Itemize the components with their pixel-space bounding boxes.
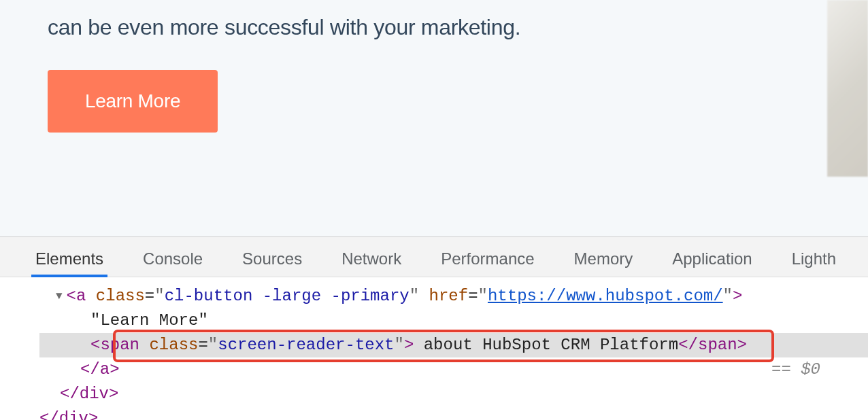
- webpage-content: can be even more successful with your ma…: [0, 0, 868, 237]
- disclosure-triangle-icon[interactable]: ▼: [56, 288, 63, 304]
- tab-sources[interactable]: Sources: [239, 244, 305, 277]
- learn-more-button[interactable]: Learn More: [48, 70, 218, 133]
- code-line-div-close-1[interactable]: </div>: [39, 382, 868, 406]
- highlighted-code-row[interactable]: <span class="screen-reader-text"> about …: [39, 333, 868, 357]
- code-line-a-open[interactable]: ▼<a class="cl-button -large -primary" hr…: [39, 284, 868, 309]
- code-line-a-close[interactable]: </a>: [39, 357, 868, 382]
- tab-network[interactable]: Network: [339, 244, 404, 277]
- code-line-div-close-2[interactable]: </div>: [39, 406, 868, 420]
- tab-memory[interactable]: Memory: [571, 244, 636, 277]
- page-decorative-image: [827, 0, 868, 177]
- devtools-tabs: Elements Console Sources Network Perform…: [0, 237, 868, 277]
- tab-application[interactable]: Application: [669, 244, 754, 277]
- devtools-panel: Elements Console Sources Network Perform…: [0, 237, 868, 420]
- tab-lighthouse[interactable]: Lighth: [789, 244, 839, 277]
- code-line-span[interactable]: <span class="screen-reader-text"> about …: [39, 333, 868, 357]
- elements-source-panel[interactable]: ▼<a class="cl-button -large -primary" hr…: [0, 277, 868, 420]
- page-body-text: can be even more successful with your ma…: [48, 0, 868, 43]
- tab-performance[interactable]: Performance: [438, 244, 537, 277]
- selected-element-indicator: == $0: [771, 357, 820, 382]
- code-line-a-text[interactable]: "Learn More": [39, 309, 868, 333]
- tab-elements[interactable]: Elements: [33, 244, 106, 277]
- tab-console[interactable]: Console: [140, 244, 205, 277]
